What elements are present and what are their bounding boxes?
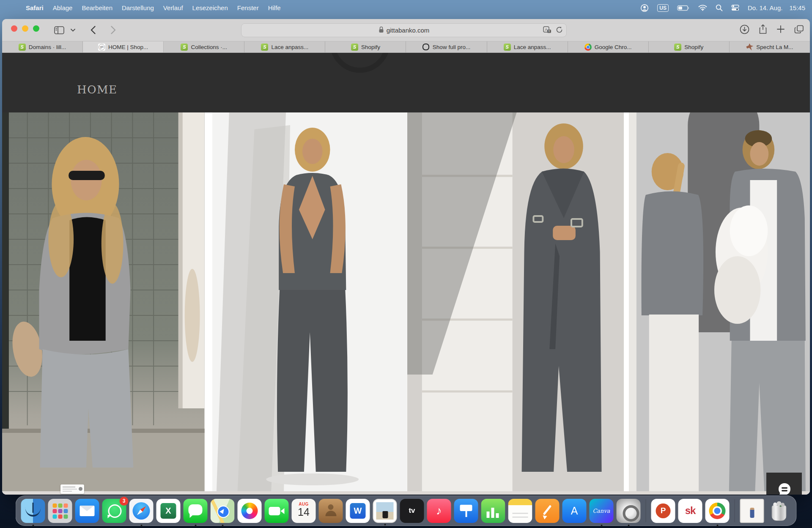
- dock-settings-icon[interactable]: [617, 499, 641, 523]
- menu-item-ablage[interactable]: Ablage: [48, 4, 77, 11]
- dock-maps-icon[interactable]: [211, 499, 235, 523]
- dock-canva-icon[interactable]: Canva: [590, 499, 614, 523]
- menu-bar-clock[interactable]: Do. 14. Aug. 15:45: [748, 4, 805, 11]
- close-window-button[interactable]: [11, 25, 17, 32]
- safari-running-indicator: [140, 525, 142, 526]
- tab-home-shop[interactable]: HOME | Shop...: [83, 41, 164, 52]
- svg-text:文: 文: [548, 30, 551, 33]
- dock-finder-icon[interactable]: [21, 499, 45, 523]
- dock-chrome-icon[interactable]: [705, 499, 730, 523]
- dock-powerpoint-icon[interactable]: P: [651, 499, 675, 523]
- battery-icon[interactable]: [677, 5, 690, 11]
- reload-icon[interactable]: [556, 26, 563, 35]
- dock-sketch-icon[interactable]: sk: [678, 499, 702, 523]
- dock-word-icon[interactable]: W: [346, 499, 370, 523]
- word-glyph: W: [354, 506, 362, 516]
- dock-minimized-window-icon[interactable]: [740, 499, 764, 523]
- tab-specht-la-m[interactable]: Specht La M...: [730, 41, 810, 52]
- menu-item-darstellung[interactable]: Darstellung: [117, 4, 159, 11]
- menu-item-verlauf[interactable]: Verlauf: [159, 4, 188, 11]
- hero-photo-3: [407, 112, 624, 491]
- svg-text:A: A: [545, 27, 547, 32]
- next-section-strip: [2, 491, 810, 495]
- dock-appletv-icon[interactable]: tv: [400, 499, 424, 523]
- hero-photo-3-graphic: [407, 112, 624, 491]
- dock-contacts-icon[interactable]: [319, 499, 343, 523]
- user-account-icon[interactable]: [640, 4, 649, 12]
- tab-lace-anpass[interactable]: Lace anpass...: [244, 41, 325, 52]
- menu-item-lesezeichen[interactable]: Lesezeichen: [188, 4, 233, 11]
- photo-gap: [205, 112, 213, 491]
- time-text: 15:45: [789, 4, 805, 11]
- dock-messages-icon[interactable]: [184, 499, 208, 523]
- menu-item-fenster[interactable]: Fenster: [233, 4, 263, 11]
- dock-numbers-icon[interactable]: [481, 499, 505, 523]
- dock-calendar-icon[interactable]: AUG14: [292, 499, 316, 523]
- dock: 3XAUG14Wtv♪ACanvaPsk: [16, 495, 797, 526]
- hero-photo-4-graphic: [629, 112, 810, 491]
- tab-shopify[interactable]: Shopify: [649, 41, 730, 52]
- keyboard-layout-indicator[interactable]: US: [657, 4, 669, 12]
- dock-keynote-icon[interactable]: [454, 499, 478, 523]
- tab-show-full-pro[interactable]: Show full pro...: [406, 41, 487, 52]
- tab-label: Lace anpass...: [271, 44, 308, 50]
- dock-preview-icon[interactable]: [373, 499, 397, 523]
- chatgpt-favicon-icon: [422, 44, 430, 51]
- tab-overview-button[interactable]: [794, 25, 804, 36]
- tab-label: Shopify: [361, 44, 380, 50]
- dock-music-icon[interactable]: ♪: [427, 499, 451, 523]
- safari-toolbar: gittabanko.com A文: [2, 19, 810, 41]
- spotlight-search-icon[interactable]: [716, 4, 723, 11]
- dock-appstore-icon[interactable]: A: [562, 499, 587, 523]
- downloads-button[interactable]: [740, 25, 749, 36]
- tab-label: Domains · lill...: [29, 44, 66, 50]
- sketch-glyph: sk: [685, 505, 696, 517]
- chrome-favicon-icon: [584, 44, 592, 51]
- hero-photo-4: [629, 112, 810, 491]
- dock-pages-icon[interactable]: [535, 499, 560, 523]
- tab-domains-lill[interactable]: Domains · lill...: [2, 41, 83, 52]
- dock-facetime-icon[interactable]: [265, 499, 289, 523]
- dock-whatsapp-icon[interactable]: 3: [102, 499, 126, 523]
- translate-icon[interactable]: A文: [543, 26, 551, 35]
- menu-bar: Safari Ablage Bearbeiten Darstellung Ver…: [0, 0, 812, 16]
- menu-item-safari[interactable]: Safari: [21, 4, 48, 11]
- dock-safari-icon[interactable]: [129, 499, 154, 523]
- tab-label: Show full pro...: [433, 44, 470, 50]
- nav-link-home[interactable]: HOME: [77, 83, 118, 96]
- zoom-window-button[interactable]: [33, 25, 39, 32]
- address-bar[interactable]: gittabanko.com A文: [241, 23, 567, 37]
- new-tab-button[interactable]: [776, 25, 785, 35]
- forward-button[interactable]: [106, 24, 121, 36]
- tab-google-chro[interactable]: Google Chro...: [568, 41, 649, 52]
- dock-mail-icon[interactable]: [75, 499, 99, 523]
- window-controls: [11, 25, 39, 32]
- tab-label: Lace anpass...: [514, 44, 551, 50]
- tab-bar: Domains · lill...HOME | Shop...Collectio…: [2, 41, 810, 53]
- chat-widget-button[interactable]: [766, 473, 802, 495]
- dock-photos-icon[interactable]: [238, 499, 262, 523]
- dock-launchpad-icon[interactable]: [48, 499, 72, 523]
- site-header: HOME: [2, 53, 810, 112]
- share-button[interactable]: [759, 24, 767, 36]
- dock-notes-icon[interactable]: [508, 499, 532, 523]
- sidebar-toggle-button[interactable]: [52, 24, 66, 36]
- wifi-icon[interactable]: [698, 5, 707, 11]
- appletv-glyph: tv: [409, 506, 415, 515]
- mini-notice-popup[interactable]: [60, 484, 84, 494]
- minimize-window-button[interactable]: [22, 25, 28, 32]
- shopify-favicon-icon: [674, 44, 681, 51]
- tab-lace-anpass[interactable]: Lace anpass...: [487, 41, 568, 52]
- tab-shopify[interactable]: Shopify: [325, 41, 406, 52]
- preview-running-indicator: [384, 524, 386, 525]
- dock-trash-icon[interactable]: [767, 499, 791, 523]
- back-button[interactable]: [86, 24, 100, 36]
- tab-collections[interactable]: Collections ·...: [164, 41, 244, 52]
- dock-excel-icon[interactable]: X: [156, 499, 181, 523]
- menu-item-bearbeiten[interactable]: Bearbeiten: [77, 4, 117, 11]
- tab-label: Specht La M...: [756, 44, 793, 50]
- music-glyph: ♪: [436, 504, 442, 517]
- control-center-icon[interactable]: [731, 5, 739, 11]
- sidebar-chevron-down-icon[interactable]: [68, 24, 77, 36]
- menu-item-hilfe[interactable]: Hilfe: [263, 4, 285, 11]
